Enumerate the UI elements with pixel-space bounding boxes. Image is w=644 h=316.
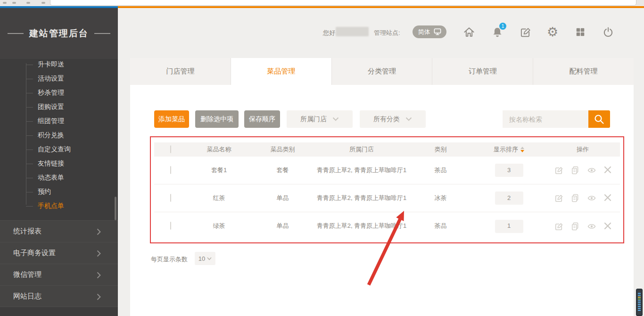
add-dish-button[interactable]: 添加菜品: [154, 110, 189, 128]
sidebar-item-mobile-ordering-active[interactable]: 手机点单: [0, 199, 118, 213]
store-filter-dropdown[interactable]: 所属门店: [287, 110, 353, 128]
dish-type: 套餐: [251, 166, 314, 175]
sidebar: 建站管理后台 升卡即送 活动设置 秒杀管理 团购设置 组团管理 积分兑换 自定义…: [0, 8, 118, 316]
sidebar-sections: 统计报表 电子商务设置 微信管理 网站日志: [0, 220, 118, 307]
row-copy-button[interactable]: [570, 193, 580, 203]
sidebar-item-dynamic-form[interactable]: 动态表单: [0, 171, 118, 185]
language-pill-button[interactable]: 简体: [413, 25, 446, 38]
dish-store: 青青原上草2, 青青原上草咖啡厅1: [314, 166, 409, 175]
edit-button[interactable]: [518, 25, 533, 40]
sidebar-section-wechat[interactable]: 微信管理: [0, 264, 118, 285]
browser-icon: [3, 2, 7, 4]
browser-icon: [41, 2, 45, 4]
scrollbar-marker-stripes: [638, 291, 641, 314]
chevron-down-icon: [332, 117, 339, 121]
chevron-right-icon: [97, 228, 101, 235]
table-row: 套餐1 套餐 青青原上草2, 青青原上草咖啡厅1 茶品 3: [154, 157, 620, 184]
sidebar-item-custom-query[interactable]: 自定义查询: [0, 142, 118, 157]
save-order-button[interactable]: 保存顺序: [244, 110, 280, 128]
col-dish-name: 菜品名称: [187, 145, 251, 154]
sidebar-item-points[interactable]: 积分兑换: [0, 128, 118, 142]
row-copy-button[interactable]: [570, 222, 580, 231]
sidebar-item-reservation[interactable]: 预约: [0, 185, 118, 199]
edit-icon: [519, 26, 531, 38]
row-edit-button[interactable]: [554, 166, 563, 175]
sidebar-item-card-gift[interactable]: 升卡即送: [0, 59, 118, 72]
home-button[interactable]: [462, 25, 477, 40]
col-sort-order: 显示排序: [494, 145, 518, 154]
notifications-button[interactable]: 1: [490, 25, 505, 40]
row-edit-button[interactable]: [554, 193, 563, 203]
app-title: 建站管理后台: [29, 27, 89, 40]
select-all-checkbox[interactable]: [170, 145, 171, 153]
tab-ingredient-management[interactable]: 配料管理: [533, 58, 634, 85]
row-edit-button[interactable]: [554, 222, 563, 231]
row-preview-button[interactable]: [587, 193, 596, 203]
table-row: 红茶 单品 青青原上草2, 青青原上草咖啡厅1 冰茶 2: [154, 184, 620, 212]
search-button[interactable]: [588, 110, 610, 128]
sidebar-submenu: 升卡即送 活动设置 秒杀管理 团购设置 组团管理 积分兑换 自定义查询 友情链接…: [0, 59, 118, 220]
tab-dish-management-active[interactable]: 菜品管理: [231, 58, 332, 85]
dish-name: 红茶: [187, 194, 251, 203]
sort-order-field[interactable]: 2: [495, 191, 523, 205]
apps-grid-button[interactable]: [573, 25, 588, 40]
tab-category-management[interactable]: 分类管理: [332, 58, 433, 85]
chevron-down-icon: [207, 257, 212, 260]
sort-order-field[interactable]: 1: [495, 220, 523, 233]
sort-order-field[interactable]: 3: [495, 164, 523, 177]
copy-icon: [570, 166, 580, 175]
browser-icon: [12, 2, 16, 4]
sidebar-item-groupbuy[interactable]: 团购设置: [0, 100, 118, 114]
address-field[interactable]: [50, 0, 636, 6]
dish-category: 冰茶: [409, 194, 472, 203]
dish-category: 茶品: [409, 222, 472, 231]
eye-icon: [587, 222, 596, 231]
edit-icon: [554, 166, 563, 175]
logout-button[interactable]: [601, 25, 616, 40]
edit-icon: [554, 193, 563, 203]
row-delete-button[interactable]: [603, 222, 612, 231]
site-label: 管理站点:: [374, 29, 400, 37]
sidebar-item-activity-settings[interactable]: 活动设置: [0, 72, 118, 86]
grid-icon: [575, 26, 586, 38]
sidebar-item-group-mgmt[interactable]: 组团管理: [0, 114, 118, 128]
category-filter-dropdown[interactable]: 所有分类: [360, 110, 426, 128]
copy-icon: [570, 193, 580, 203]
sort-toggle[interactable]: [520, 147, 524, 152]
col-category: 类别: [409, 145, 472, 154]
page-size-select[interactable]: 10: [195, 252, 215, 265]
monitor-icon: [434, 28, 441, 35]
search-input[interactable]: [503, 110, 588, 128]
row-checkbox[interactable]: [170, 222, 171, 230]
tab-order-management[interactable]: 订单管理: [432, 58, 533, 85]
eye-icon: [587, 193, 596, 203]
table-row: 绿茶 单品 青青原上草2, 青青原上草咖啡厅1 茶品 1: [154, 212, 620, 240]
sidebar-item-seckill[interactable]: 秒杀管理: [0, 86, 118, 100]
delete-x-icon: [603, 166, 612, 174]
scrollbar-marker-widget[interactable]: [636, 289, 643, 316]
sidebar-header: 建站管理后台: [0, 8, 118, 59]
sidebar-scrollbar-thumb[interactable]: [115, 197, 116, 220]
sidebar-section-statistics[interactable]: 统计报表: [0, 220, 118, 242]
browser-icon: [26, 2, 30, 4]
eye-icon: [587, 166, 596, 175]
row-preview-button[interactable]: [587, 222, 596, 231]
col-dish-type: 菜品类别: [251, 145, 314, 154]
row-checkbox[interactable]: [170, 194, 171, 202]
settings-button[interactable]: ⚙: [545, 25, 560, 40]
row-checkbox[interactable]: [170, 166, 171, 174]
home-icon: [462, 25, 476, 39]
search-icon: [594, 114, 605, 125]
table-header-row: 菜品名称 菜品类别 所属门店 类别 显示排序 操作: [154, 142, 620, 157]
delete-selected-button[interactable]: 删除选中项: [195, 110, 239, 128]
row-copy-button[interactable]: [570, 166, 580, 175]
gear-icon: ⚙: [547, 26, 558, 39]
row-delete-button[interactable]: [603, 166, 612, 175]
tab-store-management[interactable]: 门店管理: [130, 58, 231, 85]
sidebar-section-ecommerce[interactable]: 电子商务设置: [0, 242, 118, 264]
sidebar-item-links[interactable]: 友情链接: [0, 157, 118, 171]
row-delete-button[interactable]: [603, 193, 612, 203]
edit-icon: [554, 222, 563, 231]
sidebar-section-site-log[interactable]: 网站日志: [0, 285, 118, 307]
row-preview-button[interactable]: [587, 166, 596, 175]
